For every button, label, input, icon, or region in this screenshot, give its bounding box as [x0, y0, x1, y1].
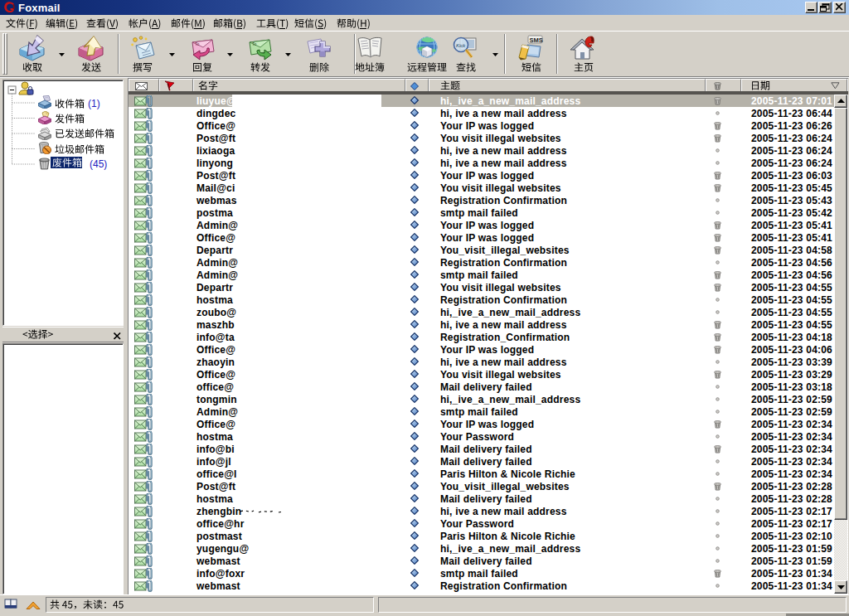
svg-text:Kick: Kick: [456, 43, 466, 48]
svg-text:To: To: [252, 41, 257, 46]
svg-text:To: To: [195, 41, 200, 46]
svg-text:SMS: SMS: [530, 36, 543, 44]
